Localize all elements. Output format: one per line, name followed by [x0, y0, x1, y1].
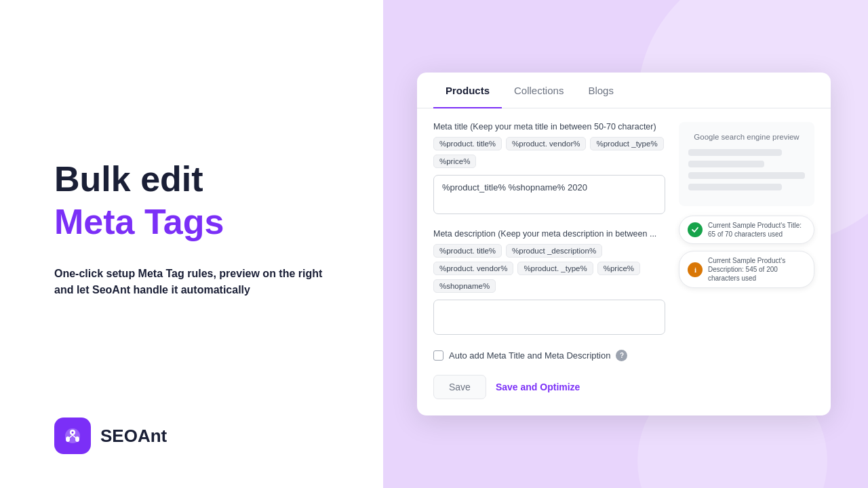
- preview-box: Google search engine preview: [679, 122, 814, 206]
- status-text-1: Current Sample Product's Title: 65 of 70…: [708, 221, 806, 239]
- tag-desc-title[interactable]: %product. title%: [433, 244, 502, 258]
- left-panel: Bulk edit Meta Tags One-click setup Meta…: [0, 0, 383, 488]
- preview-title: Google search engine preview: [688, 133, 805, 141]
- tab-products[interactable]: Products: [433, 73, 502, 108]
- right-panel: Products Collections Blogs Meta title (K…: [383, 0, 868, 488]
- logo-text: SEOAnt: [100, 426, 167, 447]
- seoant-logo-svg: [62, 426, 83, 446]
- logo-icon: [54, 418, 91, 454]
- tag-product-vendor[interactable]: %product. vendor%: [506, 137, 586, 150]
- save-optimize-button[interactable]: Save and Optimize: [496, 375, 580, 399]
- form-section: Meta title (Keep your meta title in betw…: [433, 122, 679, 399]
- preview-section: Google search engine preview Current Sam…: [679, 122, 814, 399]
- tag-desc-price[interactable]: %price%: [597, 262, 640, 275]
- auto-add-checkbox-row: Auto add Meta Title and Meta Description…: [433, 350, 665, 361]
- left-content: Bulk edit Meta Tags One-click setup Meta…: [54, 41, 342, 418]
- auto-add-checkbox[interactable]: [433, 350, 443, 361]
- tabs-bar: Products Collections Blogs: [417, 73, 831, 108]
- preview-line-2: [688, 161, 764, 167]
- svg-point-4: [72, 432, 74, 434]
- tag-desc-shopname[interactable]: %shopname%: [433, 279, 496, 293]
- tab-collections[interactable]: Collections: [502, 73, 576, 108]
- meta-title-tags: %product. title% %product. vendor% %prod…: [433, 137, 665, 168]
- tag-product-title[interactable]: %product. title%: [433, 137, 502, 150]
- preview-line-1: [688, 149, 782, 156]
- tag-product-type[interactable]: %product _type%: [590, 137, 663, 150]
- tab-blogs[interactable]: Blogs: [576, 73, 626, 108]
- auto-add-label: Auto add Meta Title and Meta Description: [449, 350, 610, 361]
- meta-desc-input[interactable]: [433, 300, 665, 335]
- subtitle-text: One-click setup Meta Tag rules, preview …: [54, 266, 342, 298]
- logo-area: SEOAnt: [54, 418, 342, 454]
- meta-desc-label: Meta description (Keep your meta descrip…: [433, 229, 665, 239]
- preview-line-4: [688, 184, 782, 190]
- status-badge-green: Current Sample Product's Title: 65 of 70…: [679, 216, 814, 244]
- svg-text:i: i: [694, 266, 696, 274]
- status-badge-yellow: i Current Sample Product's Description: …: [679, 251, 814, 288]
- card-body: Meta title (Keep your meta title in betw…: [417, 108, 831, 415]
- status-text-2: Current Sample Product's Description: 54…: [708, 256, 806, 283]
- tag-desc-vendor[interactable]: %product. vendor%: [433, 262, 513, 275]
- yellow-info-icon: i: [688, 262, 703, 277]
- green-check-icon: [688, 222, 703, 237]
- help-icon[interactable]: ?: [616, 350, 627, 361]
- headline-black: Bulk edit: [54, 160, 342, 199]
- tag-desc-type[interactable]: %product. _type%: [517, 262, 593, 275]
- preview-line-3: [688, 172, 805, 179]
- main-card: Products Collections Blogs Meta title (K…: [417, 73, 831, 415]
- save-button[interactable]: Save: [433, 375, 486, 399]
- meta-title-label: Meta title (Keep your meta title in betw…: [433, 122, 665, 131]
- meta-desc-tags: %product. title% %product _description% …: [433, 244, 665, 293]
- tag-price[interactable]: %price%: [433, 155, 476, 168]
- headline-purple: Meta Tags: [54, 203, 342, 241]
- meta-title-input[interactable]: %product_title% %shopname% 2020: [433, 175, 665, 214]
- tag-desc-description[interactable]: %product _description%: [506, 244, 602, 258]
- buttons-row: Save Save and Optimize: [433, 375, 665, 399]
